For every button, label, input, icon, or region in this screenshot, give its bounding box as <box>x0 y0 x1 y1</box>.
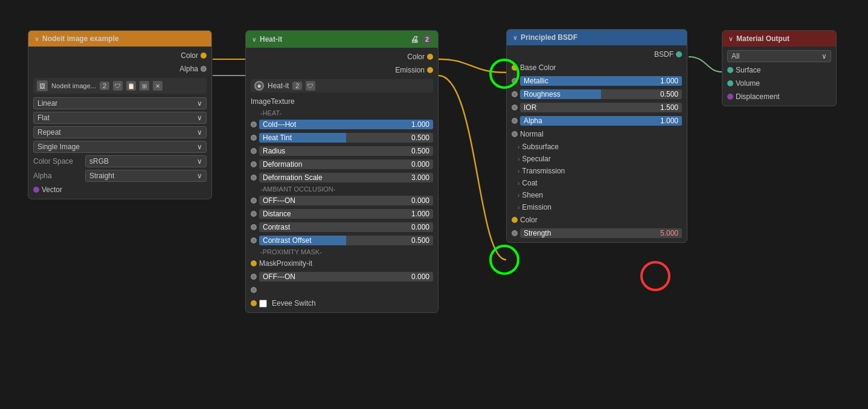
heatit-deformation-scale-socket[interactable] <box>251 175 257 181</box>
heatit-maskproximity-socket[interactable] <box>251 260 257 266</box>
heatit-eevee-checkbox[interactable] <box>259 300 267 308</box>
bsdf-strength-label: Strength <box>524 229 551 237</box>
heatit-contrast-offset-socket[interactable] <box>251 237 257 243</box>
nodeit-repeat-dropdown[interactable]: Repeat ∨ <box>33 126 207 138</box>
output-surface-socket[interactable] <box>727 67 733 73</box>
bsdf-normal-socket[interactable] <box>512 131 518 137</box>
bsdf-metallic-label: Metallic <box>524 77 548 85</box>
heatit-cold-hot-socket[interactable] <box>251 121 257 127</box>
nodeit-repeat-chevron: ∨ <box>197 128 202 137</box>
heatit-contrast-bar[interactable]: Contrast 0.000 <box>259 222 433 232</box>
heatit-ao-on-socket[interactable] <box>251 198 257 204</box>
bsdf-metallic-bar[interactable]: Metallic 1.000 <box>520 76 682 86</box>
nodeit-dropdown-flat[interactable]: Flat ∨ <box>28 111 211 125</box>
output-displacement-socket[interactable] <box>727 94 733 100</box>
heatit-prox-on-value: 0.000 <box>411 272 429 281</box>
bsdf-out-socket[interactable] <box>676 51 682 57</box>
bsdf-ior-socket[interactable] <box>512 105 518 111</box>
heatit-eevee-socket[interactable] <box>251 300 257 306</box>
bsdf-normal-row: Normal <box>507 127 687 141</box>
nodeit-dropdown-singleimage[interactable]: Single Image ∨ <box>28 140 211 154</box>
heatit-shield-icon[interactable]: 🛡 <box>306 81 315 91</box>
node-bsdf: ∨ Principled BSDF BSDF Base Color Metall… <box>506 29 687 243</box>
heatit-deformation-scale-label: Deformation Scale <box>263 173 323 182</box>
nodeit-vector-socket[interactable] <box>33 187 39 193</box>
heatit-prox-on-row: OFF---ON 0.000 <box>246 270 438 283</box>
nodeit-title: Nodeit image example <box>42 34 119 43</box>
heatit-distance-bar[interactable]: Distance 1.000 <box>259 209 433 219</box>
heatit-radius-bar[interactable]: Radius 0.500 <box>259 146 433 156</box>
nodeit-colorspace-value: sRGB <box>89 157 109 166</box>
heatit-emission-out-socket[interactable] <box>427 67 433 73</box>
nodeit-color-label: Color <box>33 51 198 60</box>
heatit-heat-tint-socket[interactable] <box>251 135 257 141</box>
heatit-heat-tint-bar[interactable]: Heat Tint 0.500 <box>259 133 433 143</box>
nodeit-singleimage-dropdown[interactable]: Single Image ∨ <box>33 141 207 153</box>
bsdf-strength-bar[interactable]: Strength 5.000 <box>520 228 682 238</box>
bsdf-emission-color-socket[interactable] <box>512 217 518 223</box>
heatit-distance-socket[interactable] <box>251 211 257 217</box>
bsdf-alpha-bar[interactable]: Alpha 1.000 <box>520 116 682 126</box>
heatit-cold-hot-bar[interactable]: Cold---Hot 1.000 <box>259 120 433 129</box>
heatit-ao-on-bar[interactable]: OFF---ON 0.000 <box>259 196 433 205</box>
heatit-deformation-socket[interactable] <box>251 161 257 167</box>
output-displacement-row: Displacement <box>722 90 836 103</box>
bsdf-alpha-socket[interactable] <box>512 118 518 124</box>
nodeit-singleimage-chevron: ∨ <box>197 143 202 151</box>
output-dropdown-row[interactable]: All ∨ <box>722 49 836 63</box>
heatit-prox-on-bar[interactable]: OFF---ON 0.000 <box>259 272 433 282</box>
bsdf-transmission-chevron: › <box>518 168 519 175</box>
nodeit-close-icon[interactable]: ✕ <box>153 81 162 91</box>
heatit-contrast-socket[interactable] <box>251 224 257 230</box>
heatit-radius-label: Radius <box>263 147 285 155</box>
bsdf-ior-bar[interactable]: IOR 1.500 <box>520 103 682 112</box>
nodeit-grid-icon[interactable]: ⊞ <box>140 81 149 91</box>
nodeit-img-icon: 🖼 <box>37 80 48 91</box>
bsdf-base-color-socket[interactable] <box>512 65 518 71</box>
bsdf-body: BSDF Base Color Metallic 1.000 Roughness… <box>507 45 687 242</box>
nodeit-repeat-value: Repeat <box>37 128 61 137</box>
nodeit-linear-dropdown[interactable]: Linear ∨ <box>33 97 207 109</box>
heatit-deformation-scale-bar[interactable]: Deformation Scale 3.000 <box>259 173 433 182</box>
heatit-emission-out-row: Emission <box>246 63 438 77</box>
heatit-contrast-offset-bar[interactable]: Contrast Offset 0.500 <box>259 236 433 245</box>
bsdf-subsurface-label: Subsurface <box>522 143 682 151</box>
heatit-maskproximity-label: MaskProximity-it <box>259 259 433 268</box>
nodeit-shield-icon[interactable]: 🛡 <box>113 81 123 91</box>
bsdf-header: ∨ Principled BSDF <box>507 30 687 45</box>
output-displacement-label: Displacement <box>736 92 831 101</box>
nodeit-body: Color Alpha 🖼 Nodeit image... 2 🛡 📋 ⊞ ✕ … <box>28 47 211 199</box>
nodeit-copy-icon[interactable]: 📋 <box>126 81 136 91</box>
nodeit-alpha-dropdown[interactable]: Straight ∨ <box>85 170 207 182</box>
nodeit-color-socket[interactable] <box>201 53 207 59</box>
output-chevron: ∨ <box>728 36 733 42</box>
heatit-contrast-row: Contrast 0.000 <box>246 221 438 234</box>
nodeit-badge: 2 <box>100 82 109 90</box>
nodeit-alpha-socket[interactable] <box>201 66 207 72</box>
bsdf-metallic-socket[interactable] <box>512 78 518 84</box>
heatit-empty-socket[interactable] <box>251 287 257 293</box>
nodeit-vector-label: Vector <box>42 185 207 194</box>
heatit-radius-socket[interactable] <box>251 148 257 154</box>
nodeit-chevron: ∨ <box>34 36 39 42</box>
heatit-deformation-bar[interactable]: Deformation 0.000 <box>259 159 433 169</box>
nodeit-colorspace-dropdown[interactable]: sRGB ∨ <box>85 155 207 167</box>
heatit-color-out-socket[interactable] <box>427 54 433 60</box>
heatit-deformation-scale-value: 3.000 <box>411 173 429 182</box>
bsdf-roughness-socket[interactable] <box>512 91 518 97</box>
output-all-dropdown[interactable]: All ∨ <box>727 50 831 62</box>
output-volume-socket[interactable] <box>727 80 733 86</box>
heatit-imagetexture-label: ImageTexture <box>251 97 295 106</box>
heatit-proximity-section: -PROXIMITY MASK- <box>246 247 438 257</box>
nodeit-flat-dropdown[interactable]: Flat ∨ <box>33 112 207 124</box>
heatit-deformation-label: Deformation <box>263 160 302 169</box>
nodeit-dropdown-repeat[interactable]: Repeat ∨ <box>28 125 211 140</box>
bsdf-strength-socket[interactable] <box>512 230 518 236</box>
bsdf-roughness-bar[interactable]: Roughness 0.500 <box>520 89 682 99</box>
output-surface-label: Surface <box>736 66 831 74</box>
bsdf-metallic-value: 1.000 <box>660 77 678 85</box>
heatit-prox-on-socket[interactable] <box>251 274 257 280</box>
output-all-chevron: ∨ <box>821 52 827 60</box>
nodeit-dropdown-linear[interactable]: Linear ∨ <box>28 96 211 111</box>
heatit-title: Heat-it <box>260 35 407 43</box>
